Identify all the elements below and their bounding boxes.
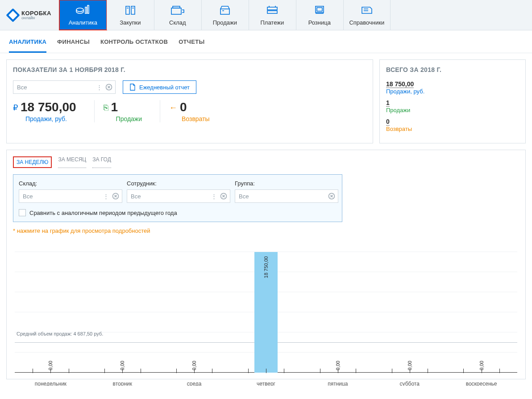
more-icon[interactable]: ⋮ xyxy=(96,84,103,91)
side-metric: 1Продажи xyxy=(386,99,519,113)
side-metric-value: 1 xyxy=(386,99,390,107)
nav-label: Справочники xyxy=(349,19,384,26)
x-category: суббота xyxy=(400,381,420,386)
nav-label: Закупки xyxy=(120,19,141,26)
side-panel-title: ВСЕГО ЗА 2018 Г. xyxy=(386,66,519,73)
metric-value: 0 xyxy=(180,100,187,114)
metric-label: Продажи, руб. xyxy=(25,115,76,122)
subtab-контроль остатков[interactable]: КОНТРОЛЬ ОСТАТКОВ xyxy=(100,38,168,53)
employee-label: Сотрудник: xyxy=(127,180,230,187)
metric-symbol: ⎘ xyxy=(104,103,108,112)
x-category: понедельник xyxy=(35,381,66,386)
bar-slot[interactable]: 0,00среда xyxy=(158,239,230,373)
nav-icon xyxy=(266,4,279,17)
svg-rect-9 xyxy=(317,8,322,11)
warehouse-combo[interactable]: Все ⋮ xyxy=(19,189,122,203)
clear-icon[interactable] xyxy=(112,193,119,200)
nav-item-розница[interactable]: Розница xyxy=(296,0,343,30)
group-label: Группа: xyxy=(235,180,338,187)
metric-label: Возвраты xyxy=(182,115,210,122)
svg-rect-6 xyxy=(267,7,277,10)
svg-rect-7 xyxy=(267,11,277,13)
nav-icon xyxy=(313,4,326,17)
clear-icon[interactable] xyxy=(105,84,112,91)
x-category: воскресенье xyxy=(466,381,497,386)
x-category: вторник xyxy=(113,381,132,386)
chart[interactable]: Средний объем продаж: 4 687,50 руб.0,00п… xyxy=(15,239,517,373)
period-tab[interactable]: ЗА МЕСЯЦ xyxy=(58,156,86,168)
filter-all-value: Все xyxy=(17,84,27,91)
main-panel-title: ПОКАЗАТЕЛИ ЗА 1 НОЯБРЯ 2018 Г. xyxy=(13,66,366,73)
bar-slot[interactable]: 0,00воскресенье xyxy=(445,239,517,373)
metric-label: Продажи xyxy=(116,115,142,122)
employee-combo[interactable]: Все ⋮ xyxy=(127,189,230,203)
side-metric-value: 0 xyxy=(386,118,390,126)
daily-report-label: Ежедневный отчет xyxy=(139,84,190,91)
side-metric: 18 750,00Продажи, руб. xyxy=(386,80,519,95)
svg-rect-5 xyxy=(220,9,229,14)
metric-value: 18 750,00 xyxy=(21,100,76,114)
bar-slot[interactable]: 0,00пятница xyxy=(302,239,374,373)
side-metric-label: Продажи xyxy=(386,107,519,113)
side-metric: 0Возвраты xyxy=(386,118,519,132)
nav-item-закупки[interactable]: Закупки xyxy=(107,0,154,30)
compare-checkbox[interactable] xyxy=(19,209,26,216)
x-category: пятница xyxy=(328,381,348,386)
main-panel: ПОКАЗАТЕЛИ ЗА 1 НОЯБРЯ 2018 Г. Все ⋮ Еже… xyxy=(6,59,373,143)
side-panel: ВСЕГО ЗА 2018 Г. 18 750,00Продажи, руб.1… xyxy=(379,59,526,143)
logo-sub: онлайн xyxy=(21,16,51,20)
logo-icon xyxy=(6,8,20,22)
subtab-аналитика[interactable]: АНАЛИТИКА xyxy=(9,38,46,53)
chart-panel: ЗА НЕДЕЛЮЗА МЕСЯЦЗА ГОД Склад: Все ⋮ Сот… xyxy=(6,150,526,379)
warehouse-label: Склад: xyxy=(19,180,122,187)
bar-slot[interactable]: 0,00понедельник xyxy=(15,239,87,373)
more-icon[interactable]: ⋮ xyxy=(210,193,217,200)
svg-rect-1 xyxy=(85,7,87,13)
svg-rect-3 xyxy=(171,8,181,14)
bar-slot[interactable]: 0,00суббота xyxy=(374,239,445,373)
daily-report-button[interactable]: Ежедневный отчет xyxy=(123,80,196,94)
nav-item-склад[interactable]: Склад xyxy=(154,0,201,30)
more-icon[interactable]: ⋮ xyxy=(102,193,109,200)
group-value: Все xyxy=(239,193,249,200)
bar-slot[interactable]: 18 750,00четверг xyxy=(230,239,302,373)
x-category: среда xyxy=(187,381,202,386)
nav-item-справочники[interactable]: Справочники xyxy=(343,0,391,30)
nav-icon xyxy=(124,4,137,17)
nav-label: Розница xyxy=(308,19,331,26)
chart-hint: * нажмите на график для просмотра подроб… xyxy=(13,227,519,234)
svg-rect-4 xyxy=(173,6,180,8)
filter-block: Склад: Все ⋮ Сотрудник: Все ⋮ xyxy=(13,174,342,222)
subtab-финансы[interactable]: ФИНАНСЫ xyxy=(57,38,90,53)
metric: ←0Возвраты xyxy=(160,100,228,122)
warehouse-value: Все xyxy=(23,193,33,200)
subtab-отчеты[interactable]: ОТЧЕТЫ xyxy=(179,38,204,53)
clear-icon[interactable] xyxy=(328,193,335,200)
svg-rect-2 xyxy=(87,5,89,13)
nav-icon xyxy=(75,4,91,17)
nav-icon xyxy=(219,4,231,17)
period-tab[interactable]: ЗА ГОД xyxy=(92,156,111,168)
metric-symbol: ← xyxy=(169,103,177,112)
side-metric-value: 18 750,00 xyxy=(386,80,414,88)
nav-label: Склад xyxy=(169,19,186,26)
side-metric-label: Возвраты xyxy=(386,126,519,132)
metric-value: 1 xyxy=(111,100,118,114)
nav-label: Продажи xyxy=(213,19,237,26)
bar-slot[interactable]: 0,00вторник xyxy=(87,239,158,373)
clear-icon[interactable] xyxy=(220,193,227,200)
metric: ⎘1Продажи xyxy=(94,100,160,122)
group-combo[interactable]: Все xyxy=(235,189,338,203)
period-tab[interactable]: ЗА НЕДЕЛЮ xyxy=(13,156,52,168)
logo-name: КОРОБКА xyxy=(21,10,51,16)
x-category: четверг xyxy=(257,381,275,386)
filter-all-combo[interactable]: Все ⋮ xyxy=(13,80,116,94)
nav-label: Платежи xyxy=(260,19,284,26)
nav-item-платежи[interactable]: Платежи xyxy=(249,0,296,30)
nav-item-аналитика[interactable]: Аналитика xyxy=(59,0,107,30)
logo[interactable]: КОРОБКА онлайн xyxy=(0,0,59,30)
nav-item-продажи[interactable]: Продажи xyxy=(201,0,249,30)
metric-symbol: ₽ xyxy=(13,103,18,112)
metric: ₽18 750,00Продажи, руб. xyxy=(13,100,94,122)
svg-point-0 xyxy=(76,8,83,12)
